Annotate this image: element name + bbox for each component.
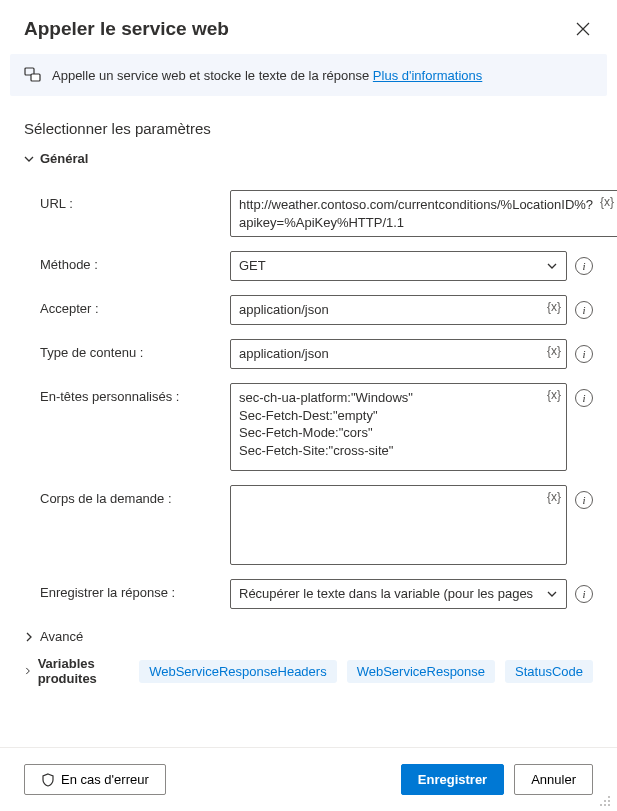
svg-rect-1: [31, 74, 40, 81]
custom-headers-input[interactable]: sec-ch-ua-platform:"Windows" Sec-Fetch-D…: [230, 383, 567, 471]
info-icon[interactable]: i: [575, 585, 593, 603]
svg-point-3: [604, 800, 606, 802]
shield-icon: [41, 773, 55, 787]
svg-point-2: [608, 796, 610, 798]
chip-headers[interactable]: WebServiceResponseHeaders: [139, 660, 337, 683]
accordion-variables[interactable]: Variables produites: [24, 656, 129, 686]
request-body-label: Corps de la demande :: [40, 485, 220, 506]
save-response-select[interactable]: Récupérer le texte dans la variable (pou…: [230, 579, 567, 609]
method-select[interactable]: GET: [230, 251, 567, 281]
url-label: URL :: [40, 190, 220, 211]
chevron-down-icon: [546, 588, 558, 600]
on-error-button[interactable]: En cas d'erreur: [24, 764, 166, 795]
close-button[interactable]: [573, 19, 593, 39]
close-icon: [576, 22, 590, 36]
content-type-input[interactable]: application/json: [230, 339, 567, 369]
accept-label: Accepter :: [40, 295, 220, 316]
dialog-title: Appeler le service web: [24, 18, 229, 40]
content-type-label: Type de contenu :: [40, 339, 220, 360]
chevron-right-icon: [24, 666, 32, 676]
banner-text: Appelle un service web et stocke le text…: [52, 68, 482, 83]
save-button[interactable]: Enregistrer: [401, 764, 504, 795]
cancel-button[interactable]: Annuler: [514, 764, 593, 795]
custom-headers-label: En-têtes personnalisés :: [40, 383, 220, 404]
section-title: Sélectionner les paramètres: [0, 106, 617, 145]
info-icon[interactable]: i: [575, 345, 593, 363]
chevron-down-icon: [546, 260, 558, 272]
more-info-link[interactable]: Plus d'informations: [373, 68, 482, 83]
info-icon[interactable]: i: [575, 257, 593, 275]
save-response-label: Enregistrer la réponse :: [40, 579, 220, 600]
info-banner: Appelle un service web et stocke le text…: [10, 54, 607, 96]
svg-point-5: [600, 804, 602, 806]
chip-status[interactable]: StatusCode: [505, 660, 593, 683]
chevron-down-icon: [24, 154, 34, 164]
info-icon[interactable]: i: [575, 301, 593, 319]
svg-point-7: [608, 804, 610, 806]
request-body-input[interactable]: [230, 485, 567, 565]
svg-point-4: [608, 800, 610, 802]
chip-response[interactable]: WebServiceResponse: [347, 660, 495, 683]
resize-grip-icon[interactable]: [599, 795, 611, 807]
accordion-advanced[interactable]: Avancé: [0, 623, 617, 650]
accordion-general[interactable]: Général: [0, 145, 617, 172]
chevron-right-icon: [24, 632, 34, 642]
method-label: Méthode :: [40, 251, 220, 272]
info-icon[interactable]: i: [575, 389, 593, 407]
accept-input[interactable]: application/json: [230, 295, 567, 325]
web-service-icon: [24, 66, 42, 84]
info-icon[interactable]: i: [575, 491, 593, 509]
svg-point-6: [604, 804, 606, 806]
url-input[interactable]: http://weather.contoso.com/currentcondit…: [230, 190, 617, 237]
